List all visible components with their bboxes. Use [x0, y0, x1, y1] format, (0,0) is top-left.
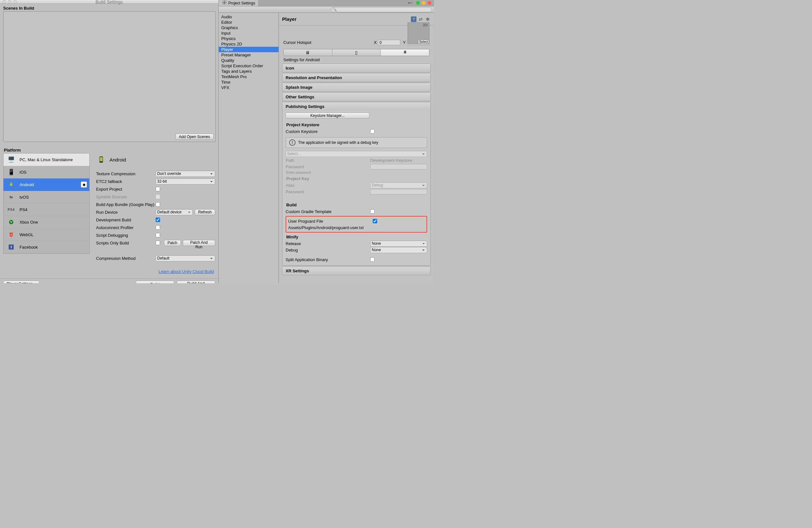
- minify-debug-select[interactable]: None: [370, 247, 427, 253]
- cat-physics[interactable]: Physics: [219, 36, 278, 41]
- cat-physics-2d[interactable]: Physics 2D: [219, 41, 278, 47]
- cat-input[interactable]: Input: [219, 30, 278, 36]
- cat-quality[interactable]: Quality: [219, 58, 278, 63]
- cat-preset-manager[interactable]: Preset Manager: [219, 52, 278, 58]
- keystore-manager-button[interactable]: Keystore Manager...: [286, 112, 369, 118]
- cat-vfx[interactable]: VFX: [219, 85, 278, 90]
- svg-text:5: 5: [11, 233, 12, 236]
- fold-other[interactable]: Other Settings: [282, 92, 431, 101]
- fold-splash[interactable]: Splash Image: [282, 83, 431, 91]
- fold-resolution[interactable]: Resolution and Presentation: [282, 73, 431, 82]
- cursor-texture-thumb[interactable]: 2D/ Select: [408, 23, 430, 44]
- platform-android[interactable]: Android ◆: [3, 179, 89, 191]
- inspector-title: Player: [282, 16, 411, 22]
- autoconnect-profiler-checkbox[interactable]: [156, 225, 160, 230]
- build-button[interactable]: Build: [136, 281, 174, 283]
- cat-graphics[interactable]: Graphics: [219, 25, 278, 30]
- cat-audio[interactable]: Audio: [219, 14, 278, 19]
- platform-ios[interactable]: 📱 iOS: [3, 166, 89, 179]
- minify-release-select[interactable]: None: [370, 241, 427, 247]
- platform-ps4[interactable]: PS4 PS4: [3, 203, 89, 216]
- cat-editor[interactable]: Editor: [219, 19, 278, 25]
- add-open-scenes-button[interactable]: Add Open Scenes: [175, 133, 214, 140]
- split-binary-checkbox[interactable]: [370, 257, 375, 262]
- scenes-list[interactable]: Add Open Scenes: [3, 11, 216, 142]
- build-titlebar[interactable]: Build Settings: [0, 0, 218, 4]
- settings-gear-icon[interactable]: ✻: [425, 16, 431, 22]
- svg-text:f: f: [11, 245, 12, 249]
- export-project-checkbox[interactable]: [156, 187, 160, 191]
- cat-textmesh-pro[interactable]: TextMesh Pro: [219, 74, 278, 80]
- traffic-green[interactable]: [416, 1, 420, 5]
- subtab-desktop[interactable]: 🖥: [284, 49, 332, 56]
- texture-compression-select[interactable]: Don't override: [156, 171, 215, 177]
- android-subtab-icon: [403, 50, 407, 55]
- svg-rect-9: [404, 52, 406, 53]
- svg-point-1: [12, 183, 12, 183]
- scripts-only-checkbox[interactable]: [156, 241, 160, 245]
- platform-xboxone[interactable]: Xbox One: [3, 216, 89, 228]
- custom-gradle-checkbox[interactable]: [370, 209, 375, 214]
- window-dot-min[interactable]: [8, 0, 12, 3]
- custom-keystore-checkbox[interactable]: [370, 129, 375, 133]
- debug-key-info: ! The application will be signed with a …: [286, 137, 427, 148]
- build-and-run-button[interactable]: Build And Run: [177, 281, 215, 283]
- xbox-icon: [6, 218, 16, 226]
- tvos-icon: tv: [6, 193, 16, 201]
- run-device-select[interactable]: Default device: [156, 209, 193, 215]
- cat-script-exec-order[interactable]: Script Execution Order: [219, 63, 278, 69]
- player-settings-button[interactable]: Player Settings...: [3, 281, 39, 283]
- patch-button[interactable]: Patch: [164, 240, 181, 246]
- keystore-password-input: [370, 164, 427, 170]
- project-settings-tabbar: Project Settings ▾≡: [219, 0, 434, 6]
- tab-menu-icon[interactable]: ▾≡: [408, 1, 412, 5]
- refresh-devices-button[interactable]: Refresh: [195, 209, 215, 215]
- webgl-icon: 5: [6, 230, 16, 239]
- script-debugging-checkbox[interactable]: [156, 233, 160, 238]
- platform-pc[interactable]: 🖥️ PC, Mac & Linux Standalone: [3, 154, 89, 166]
- compression-method-select[interactable]: Default: [156, 255, 215, 261]
- cat-time[interactable]: Time: [219, 80, 278, 85]
- cat-tags-layers[interactable]: Tags and Layers: [219, 69, 278, 74]
- settings-categories-list[interactable]: Audio Editor Graphics Input Physics Phys…: [219, 13, 279, 283]
- fold-xr[interactable]: XR Settings: [282, 266, 431, 275]
- window-dot-close[interactable]: [3, 0, 6, 3]
- development-build-checkbox[interactable]: [156, 217, 160, 222]
- fold-publishing: Publishing Settings Keystore Manager... …: [282, 102, 431, 266]
- platform-tvos[interactable]: tv tvOS: [3, 191, 89, 203]
- user-proguard-checkbox[interactable]: [373, 219, 377, 223]
- ps4-icon: PS4: [6, 205, 16, 214]
- platform-list[interactable]: 🖥️ PC, Mac & Linux Standalone 📱 iOS Andr…: [3, 153, 90, 254]
- presets-icon[interactable]: ⇄: [418, 16, 424, 22]
- cursor-hotspot-x[interactable]: [378, 40, 400, 45]
- build-settings-window: Build Settings Scenes In Build Add Open …: [0, 0, 219, 283]
- fold-icon[interactable]: Icon: [282, 63, 431, 72]
- svg-point-11: [405, 51, 406, 51]
- project-settings-search[interactable]: [331, 7, 432, 12]
- subtab-ios[interactable]: ▯: [332, 49, 381, 56]
- subtab-android[interactable]: [381, 49, 429, 56]
- keystore-select: Select...: [286, 151, 427, 157]
- settings-for-android-label: Settings for Android: [279, 56, 434, 63]
- svg-point-8: [224, 2, 225, 3]
- cat-player[interactable]: Player: [219, 47, 278, 52]
- traffic-yellow[interactable]: [422, 1, 425, 5]
- patch-and-run-button[interactable]: Patch And Run: [183, 240, 215, 246]
- project-settings-tab[interactable]: Project Settings: [219, 0, 259, 6]
- proguard-path: Assets/Plugins/Android/proguard-user.txt: [288, 225, 364, 230]
- desktop-icon: 🖥: [305, 50, 310, 55]
- window-dot-max[interactable]: [13, 0, 17, 3]
- platform-section-label: Platform: [4, 148, 218, 153]
- app-bundle-checkbox[interactable]: [156, 202, 160, 206]
- learn-cloud-build-link[interactable]: Learn about Unity Cloud Build: [159, 269, 214, 274]
- thumb-select-button[interactable]: Select: [418, 40, 429, 44]
- svg-point-0: [10, 183, 11, 183]
- platform-facebook[interactable]: f Facebook: [3, 241, 89, 254]
- etc2-fallback-select[interactable]: 32-bit: [156, 179, 215, 185]
- unity-logo-icon: ◆: [81, 182, 87, 187]
- android-header-icon: [96, 155, 106, 164]
- build-title: Build Settings: [0, 0, 218, 4]
- help-icon[interactable]: ?: [411, 16, 417, 22]
- platform-webgl[interactable]: 5 WebGL: [3, 228, 89, 241]
- traffic-red[interactable]: [427, 1, 431, 5]
